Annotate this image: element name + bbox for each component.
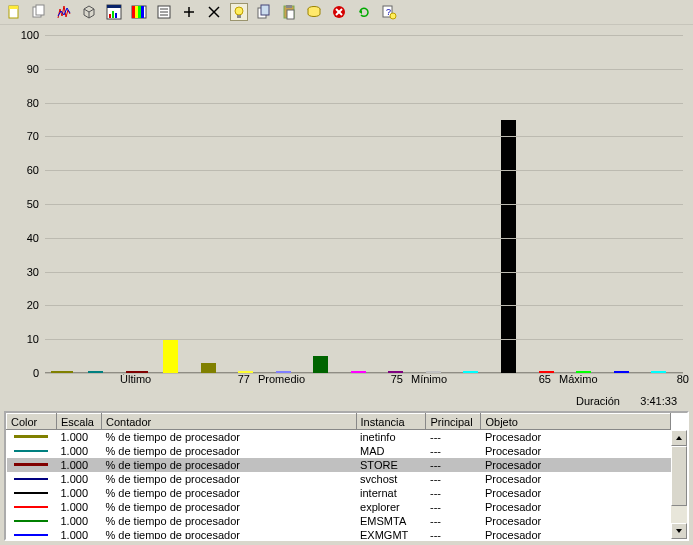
gridline — [45, 136, 683, 137]
table-row[interactable]: 1.000% de tiempo de procesadorsvchost---… — [7, 472, 671, 486]
gridline — [45, 238, 683, 239]
y-tick-label: 0 — [33, 367, 39, 379]
plus-icon[interactable] — [181, 4, 197, 20]
stat-min-value: 65 — [447, 373, 551, 385]
cell-color — [7, 430, 57, 444]
cell-instance: internat — [356, 486, 426, 500]
cell-color — [7, 528, 57, 540]
cell-principal: --- — [426, 430, 481, 444]
y-tick-label: 90 — [27, 63, 39, 75]
table-row[interactable]: 1.000% de tiempo de procesadorinternat--… — [7, 486, 671, 500]
stat-max-label: Máximo — [559, 373, 598, 385]
chart-dialog-icon[interactable] — [106, 4, 122, 20]
cell-scale: 1.000 — [56, 472, 101, 486]
table-row[interactable]: 1.000% de tiempo de procesadorMAD---Proc… — [7, 444, 671, 458]
col-header-scale[interactable]: Escala — [56, 414, 101, 430]
refresh-icon[interactable] — [356, 4, 372, 20]
color-swatch — [14, 506, 48, 508]
cell-instance: inetinfo — [356, 430, 426, 444]
gridline — [45, 170, 683, 171]
col-header-counter[interactable]: Contador — [101, 414, 356, 430]
table-row[interactable]: 1.000% de tiempo de procesadorEMSMTA---P… — [7, 514, 671, 528]
cell-color — [7, 514, 57, 528]
table-row[interactable]: 1.000% de tiempo de procesadorexplorer--… — [7, 500, 671, 514]
chart-area: 0102030405060708090100 — [0, 25, 693, 373]
cell-principal: --- — [426, 444, 481, 458]
cell-instance: EXMGMT — [356, 528, 426, 540]
cell-instance: MAD — [356, 444, 426, 458]
svg-point-22 — [235, 7, 243, 15]
table-row[interactable]: 1.000% de tiempo de procesadorinetinfo--… — [7, 430, 671, 444]
log-icon[interactable] — [156, 4, 172, 20]
stats-panel: Último 77 Promedio 75 Mínimo 65 Máximo 8… — [0, 373, 693, 407]
table-row[interactable]: 1.000% de tiempo de procesadorSTORE---Pr… — [7, 458, 671, 472]
cell-scale: 1.000 — [56, 458, 101, 472]
color-swatch — [14, 478, 48, 480]
cell-object: Procesador — [481, 514, 671, 528]
save-icon[interactable] — [306, 4, 322, 20]
cell-color — [7, 458, 57, 472]
col-header-principal[interactable]: Principal — [426, 414, 481, 430]
cell-principal: --- — [426, 486, 481, 500]
svg-rect-8 — [115, 13, 117, 18]
table-row[interactable]: 1.000% de tiempo de procesadorEXMGMT---P… — [7, 528, 671, 540]
stat-dur-value: 3:41:33 — [632, 395, 677, 407]
cell-counter: % de tiempo de procesador — [101, 430, 356, 444]
y-tick-label: 60 — [27, 164, 39, 176]
cell-object: Procesador — [481, 458, 671, 472]
cell-instance: EMSMTA — [356, 514, 426, 528]
cell-counter: % de tiempo de procesador — [101, 472, 356, 486]
counter-table-area: ColorEscalaContadorInstanciaPrincipalObj… — [4, 411, 689, 541]
cell-principal: --- — [426, 472, 481, 486]
table-scrollbar[interactable] — [671, 430, 687, 539]
cell-instance: svchost — [356, 472, 426, 486]
cell-instance: STORE — [356, 458, 426, 472]
svg-marker-38 — [676, 529, 682, 533]
color-swatch — [14, 534, 48, 536]
y-tick-label: 30 — [27, 266, 39, 278]
copy-page-icon[interactable] — [31, 4, 47, 20]
scroll-down-arrow[interactable] — [671, 523, 687, 539]
y-tick-label: 100 — [21, 29, 39, 41]
copy-icon[interactable] — [256, 4, 272, 20]
cell-instance: explorer — [356, 500, 426, 514]
stat-max-value: 80 — [598, 373, 689, 385]
help-icon[interactable]: ? — [381, 4, 397, 20]
stat-min-label: Mínimo — [411, 373, 447, 385]
stat-dur-label: Duración — [576, 395, 620, 407]
cell-object: Procesador — [481, 444, 671, 458]
toolbar: ? — [0, 0, 693, 25]
svg-rect-6 — [109, 14, 111, 18]
stat-last-value: 77 — [151, 373, 250, 385]
cell-counter: % de tiempo de procesador — [101, 486, 356, 500]
cell-principal: --- — [426, 500, 481, 514]
gridline — [45, 35, 683, 36]
svg-rect-10 — [132, 6, 135, 18]
y-tick-label: 80 — [27, 97, 39, 109]
col-header-instance[interactable]: Instancia — [356, 414, 426, 430]
spark-icon[interactable] — [56, 4, 72, 20]
svg-rect-11 — [135, 6, 138, 18]
chart-bar — [501, 120, 516, 374]
tools-icon[interactable] — [206, 4, 222, 20]
color-swatch — [14, 463, 48, 466]
cell-counter: % de tiempo de procesador — [101, 458, 356, 472]
stop-icon[interactable] — [331, 4, 347, 20]
bulb-icon[interactable] — [231, 4, 247, 20]
cell-color — [7, 500, 57, 514]
cell-object: Procesador — [481, 472, 671, 486]
gridline — [45, 305, 683, 306]
counter-table: ColorEscalaContadorInstanciaPrincipalObj… — [6, 413, 671, 539]
gridline — [45, 103, 683, 104]
chart-bar — [163, 339, 178, 373]
gradient-icon[interactable] — [131, 4, 147, 20]
cube-icon[interactable] — [81, 4, 97, 20]
svg-rect-27 — [286, 5, 292, 8]
scroll-thumb[interactable] — [671, 446, 687, 506]
gridline — [45, 373, 683, 374]
paste-icon[interactable] — [281, 4, 297, 20]
col-header-color[interactable]: Color — [7, 414, 57, 430]
new-counter-icon[interactable] — [6, 4, 22, 20]
scroll-up-arrow[interactable] — [671, 430, 687, 446]
col-header-object[interactable]: Objeto — [481, 414, 671, 430]
